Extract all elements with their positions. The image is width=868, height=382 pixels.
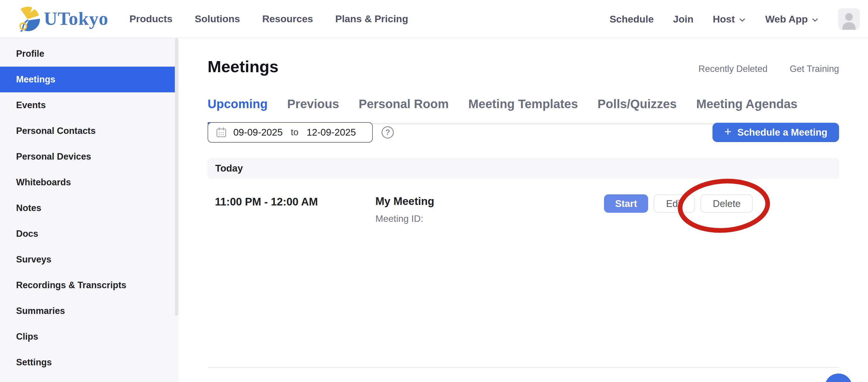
utokyo-logo[interactable]: UTokyo — [15, 5, 108, 32]
top-header: UTokyo Products Solutions Resources Plan… — [0, 0, 868, 38]
tab-upcoming-label: Upcoming — [208, 97, 268, 111]
calendar-icon — [216, 127, 227, 138]
header-links: Recently Deleted Get Training — [699, 64, 839, 76]
meeting-row: 11:00 PM - 12:00 AM My Meeting Meeting I… — [208, 179, 839, 230]
today-label: Today — [215, 163, 243, 174]
nav-host[interactable]: Host — [713, 13, 746, 25]
nav-join[interactable]: Join — [673, 13, 693, 25]
sidebar-list: Profile Meetings Events Personal Contact… — [0, 38, 178, 375]
meeting-time: 11:00 PM - 12:00 AM — [215, 196, 318, 208]
avatar[interactable] — [838, 8, 860, 30]
nav-plans-pricing[interactable]: Plans & Pricing — [335, 13, 408, 25]
sidebar-item-profile[interactable]: Profile — [0, 41, 178, 67]
help-icon[interactable]: ? — [381, 126, 394, 138]
sidebar-item-surveys[interactable]: Surveys — [0, 247, 178, 273]
tab-polls-quizzes[interactable]: Polls/Quizzes — [597, 97, 677, 123]
bottom-divider — [208, 367, 839, 368]
date-end: 12-09-2025 — [307, 127, 356, 138]
schedule-meeting-button[interactable]: + Schedule a Meeting — [712, 123, 839, 142]
sidebar-item-summaries[interactable]: Summaries — [0, 298, 178, 324]
chevron-down-icon — [739, 16, 746, 24]
brand-name: UTokyo — [44, 8, 108, 30]
page-title: Meetings — [208, 57, 279, 76]
nav-host-label: Host — [713, 13, 735, 25]
schedule-meeting-label: Schedule a Meeting — [737, 127, 827, 138]
filter-row: 09-09-2025 to 12-09-2025 ? + Schedule a … — [208, 122, 839, 142]
zoom-web-portal: UTokyo Products Solutions Resources Plan… — [0, 0, 868, 382]
tab-previous[interactable]: Previous — [287, 97, 339, 123]
nav-resources[interactable]: Resources — [262, 13, 313, 25]
primary-nav: Products Solutions Resources Plans & Pri… — [129, 13, 408, 25]
sidebar-item-settings[interactable]: Settings — [0, 350, 178, 375]
meeting-actions: Start Edit Delete — [604, 194, 753, 213]
tab-meeting-agendas[interactable]: Meeting Agendas — [696, 97, 798, 123]
delete-button[interactable]: Delete — [701, 194, 753, 213]
support-chat-button[interactable] — [825, 374, 852, 382]
sidebar-item-meetings[interactable]: Meetings — [0, 67, 175, 92]
chevron-down-icon — [811, 16, 819, 24]
user-silhouette-icon — [838, 8, 860, 30]
account-nav: Schedule Join Host Web App — [610, 0, 860, 38]
nav-products[interactable]: Products — [129, 13, 173, 25]
date-range-input[interactable]: 09-09-2025 to 12-09-2025 — [208, 122, 373, 142]
sidebar-item-events[interactable]: Events — [0, 92, 178, 118]
sidebar-item-clips[interactable]: Clips — [0, 324, 178, 350]
nav-solutions[interactable]: Solutions — [195, 13, 240, 25]
date-separator: to — [289, 127, 300, 138]
sidebar-scrollbar[interactable] — [175, 38, 178, 316]
ginkgo-leaf-icon — [15, 5, 42, 32]
tab-upcoming[interactable]: Upcoming — [208, 97, 268, 123]
recently-deleted-link[interactable]: Recently Deleted — [699, 64, 768, 74]
nav-web-app[interactable]: Web App — [765, 13, 819, 25]
tab-meeting-templates[interactable]: Meeting Templates — [468, 97, 578, 123]
date-start: 09-09-2025 — [233, 127, 283, 138]
meeting-name: My Meeting — [375, 195, 434, 208]
sidebar-item-recordings[interactable]: Recordings & Transcripts — [0, 273, 178, 298]
main-content: Meetings Recently Deleted Get Training U… — [178, 38, 868, 382]
nav-web-app-label: Web App — [765, 13, 808, 25]
tab-personal-room[interactable]: Personal Room — [359, 97, 449, 123]
today-group-header: Today — [208, 158, 839, 179]
sidebar-item-personal-devices[interactable]: Personal Devices — [0, 144, 178, 169]
sidebar: Profile Meetings Events Personal Contact… — [0, 38, 178, 382]
nav-schedule[interactable]: Schedule — [610, 13, 654, 25]
sidebar-item-whiteboards[interactable]: Whiteboards — [0, 169, 178, 195]
sidebar-item-notes[interactable]: Notes — [0, 195, 178, 221]
start-button[interactable]: Start — [604, 194, 648, 213]
meeting-id-label: Meeting ID: — [375, 213, 423, 224]
main-header: Meetings Recently Deleted Get Training — [208, 53, 839, 76]
get-training-link[interactable]: Get Training — [789, 64, 839, 74]
sidebar-item-personal-contacts[interactable]: Personal Contacts — [0, 118, 178, 144]
edit-button[interactable]: Edit — [654, 194, 695, 213]
meetings-tabs: Upcoming Previous Personal Room Meeting … — [208, 85, 839, 124]
plus-icon: + — [724, 125, 732, 139]
sidebar-item-docs[interactable]: Docs — [0, 221, 178, 247]
